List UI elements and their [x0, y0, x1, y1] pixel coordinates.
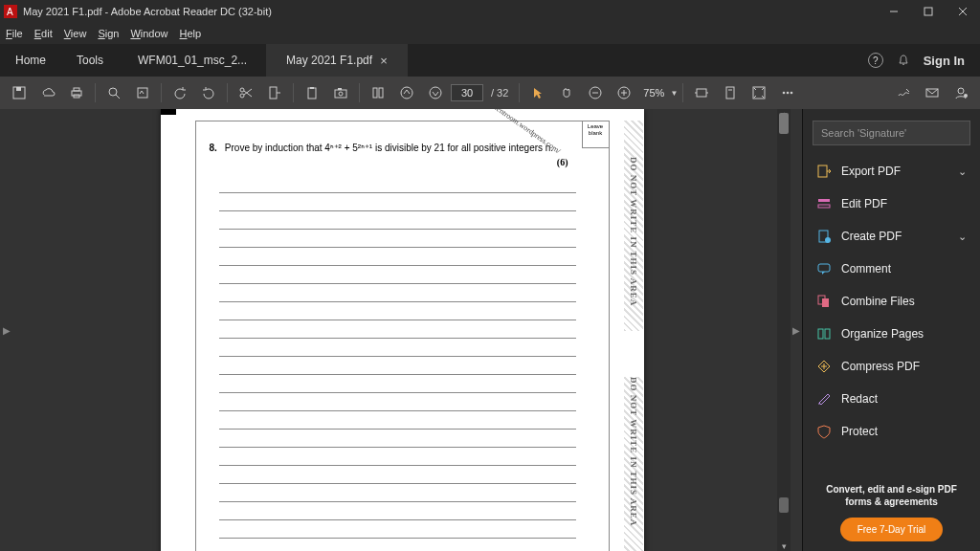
tool-combine-files[interactable]: Combine Files: [803, 285, 980, 318]
tool-label: Organize Pages: [841, 327, 924, 341]
camera-icon[interactable]: [327, 79, 354, 106]
svg-line-43: [906, 89, 909, 92]
menu-help[interactable]: Help: [180, 28, 202, 39]
fit-width-icon[interactable]: [688, 79, 715, 106]
combine-icon: [816, 294, 832, 309]
window-title: May 2021 F1.pdf - Adobe Acrobat Reader D…: [21, 6, 877, 17]
tool-organize-pages[interactable]: Organize Pages: [803, 318, 980, 350]
workspace: ▶ DO NOT WRITE IN THIS AREA DO NOT WRITE…: [0, 109, 980, 551]
tool-edit-pdf[interactable]: Edit PDF: [803, 187, 980, 220]
svg-point-14: [240, 88, 244, 92]
menu-view[interactable]: View: [64, 28, 87, 39]
tool-export-pdf[interactable]: Export PDF ⌄: [803, 155, 980, 187]
left-panel-handle[interactable]: ▶: [0, 109, 13, 551]
menu-file[interactable]: File: [6, 28, 23, 39]
svg-point-46: [964, 94, 968, 98]
svg-rect-54: [822, 298, 829, 307]
svg-rect-7: [16, 87, 21, 91]
right-panel-handle[interactable]: ▶: [791, 109, 802, 551]
svg-rect-56: [825, 329, 830, 339]
envelope-icon[interactable]: [919, 79, 946, 106]
chevron-down-icon: ⌄: [958, 231, 967, 243]
scroll-down-icon[interactable]: ▾: [779, 541, 789, 551]
tool-label: Create PDF: [841, 230, 902, 243]
stamp-icon[interactable]: [129, 79, 156, 106]
svg-point-28: [430, 87, 441, 99]
svg-point-11: [109, 88, 117, 96]
file-tab-2[interactable]: May 2021 F1.pdf ×: [267, 44, 408, 77]
scissors-icon[interactable]: [233, 79, 259, 106]
sign-icon[interactable]: [890, 79, 917, 106]
protect-icon: [816, 424, 832, 439]
redo-icon[interactable]: [195, 79, 222, 106]
share-icon[interactable]: [947, 79, 974, 106]
home-tab[interactable]: Home: [0, 44, 61, 77]
close-button[interactable]: [946, 0, 980, 23]
page-number-input[interactable]: [451, 84, 483, 101]
svg-point-45: [958, 88, 964, 94]
free-trial-button[interactable]: Free 7-Day Trial: [840, 518, 944, 541]
sign-in-button[interactable]: Sign In: [924, 54, 965, 68]
undo-icon[interactable]: [167, 79, 193, 106]
right-panel: Search 'Signature' Export PDF ⌄ Edit PDF…: [802, 109, 980, 551]
menu-edit[interactable]: Edit: [34, 28, 53, 39]
tool-protect[interactable]: Protect: [803, 415, 980, 448]
answer-lines: [196, 167, 609, 551]
zoom-in-icon[interactable]: [611, 79, 637, 106]
svg-rect-21: [310, 87, 314, 89]
tool-comment[interactable]: Comment: [803, 253, 980, 285]
menu-window[interactable]: Window: [130, 28, 167, 39]
fit-page-icon[interactable]: [717, 79, 744, 106]
svg-rect-52: [818, 264, 830, 272]
page-total: / 32: [491, 87, 508, 99]
organize-icon: [816, 326, 832, 342]
tool-create-pdf[interactable]: Create PDF ⌄: [803, 220, 980, 253]
svg-point-23: [339, 92, 343, 96]
menu-sign[interactable]: Sign: [98, 28, 119, 39]
cloud-icon[interactable]: [34, 79, 61, 106]
zoom-dropdown-icon[interactable]: ▼: [670, 89, 678, 98]
scrollbar-thumb[interactable]: [779, 113, 789, 134]
search-input[interactable]: Search 'Signature': [813, 121, 970, 145]
svg-rect-55: [818, 329, 823, 339]
tool-label: Compress PDF: [841, 360, 920, 373]
bell-icon[interactable]: [897, 54, 910, 67]
right-panel-footer: Convert, edit and e-sign PDF forms & agr…: [803, 474, 980, 551]
more-icon[interactable]: [774, 79, 801, 106]
document-viewport[interactable]: DO NOT WRITE IN THIS AREA DO NOT WRITE I…: [13, 109, 791, 551]
print-icon[interactable]: [63, 79, 90, 106]
blank-label: blank: [589, 130, 602, 136]
pages-icon[interactable]: [365, 79, 391, 106]
save-icon[interactable]: [6, 79, 33, 106]
select-tool-icon[interactable]: [524, 79, 551, 106]
scrollbar-thumb[interactable]: [779, 497, 789, 513]
tool-label: Comment: [841, 262, 891, 276]
tool-redact[interactable]: Redact: [803, 383, 980, 415]
page-break-icon[interactable]: [261, 79, 288, 106]
minimize-button[interactable]: [877, 0, 911, 23]
compress-icon: [816, 359, 832, 374]
do-not-write-label: DO NOT WRITE IN THIS AREA: [629, 377, 638, 526]
search-icon[interactable]: [100, 79, 127, 106]
app-icon: A: [0, 5, 21, 18]
maximize-button[interactable]: [911, 0, 946, 23]
svg-rect-49: [818, 205, 830, 208]
zoom-out-icon[interactable]: [582, 79, 609, 106]
tool-compress-pdf[interactable]: Compress PDF: [803, 350, 980, 383]
hand-tool-icon[interactable]: [553, 79, 580, 106]
svg-rect-9: [74, 88, 79, 91]
file-tab-1[interactable]: WFM01_01_msc_2...: [119, 44, 267, 77]
page-up-icon[interactable]: [393, 79, 420, 106]
page-down-icon[interactable]: [422, 79, 449, 106]
tools-tab[interactable]: Tools: [61, 44, 119, 77]
close-tab-icon[interactable]: ×: [380, 54, 388, 68]
chevron-down-icon: ⌄: [958, 165, 967, 178]
help-icon[interactable]: ?: [868, 53, 883, 68]
edit-pdf-icon: [816, 196, 832, 211]
scrollbar-track[interactable]: ▴ ▾: [777, 109, 791, 551]
svg-rect-47: [818, 165, 827, 177]
svg-rect-20: [308, 88, 316, 99]
clipboard-icon[interactable]: [299, 79, 325, 106]
leave-label: Leave: [588, 123, 603, 129]
fullscreen-icon[interactable]: [746, 79, 772, 106]
